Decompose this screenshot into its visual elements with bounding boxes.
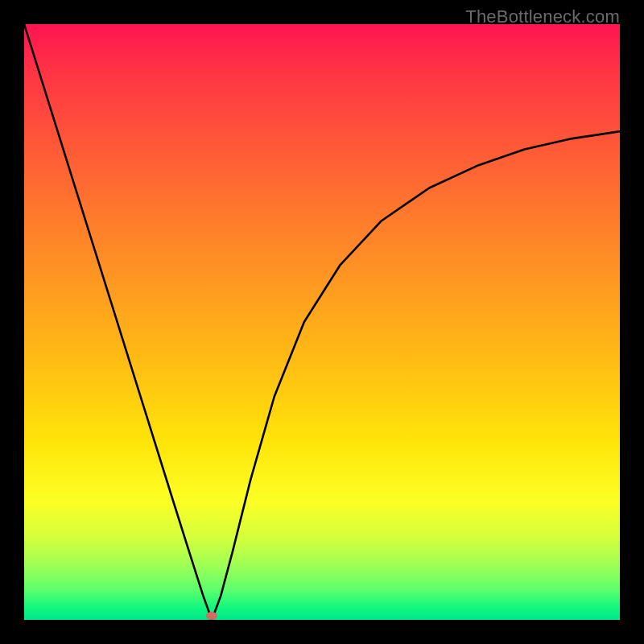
bottleneck-curve — [24, 24, 620, 620]
chart-frame: TheBottleneck.com — [0, 0, 644, 644]
plot-area — [24, 24, 620, 620]
optimal-marker — [206, 612, 217, 620]
